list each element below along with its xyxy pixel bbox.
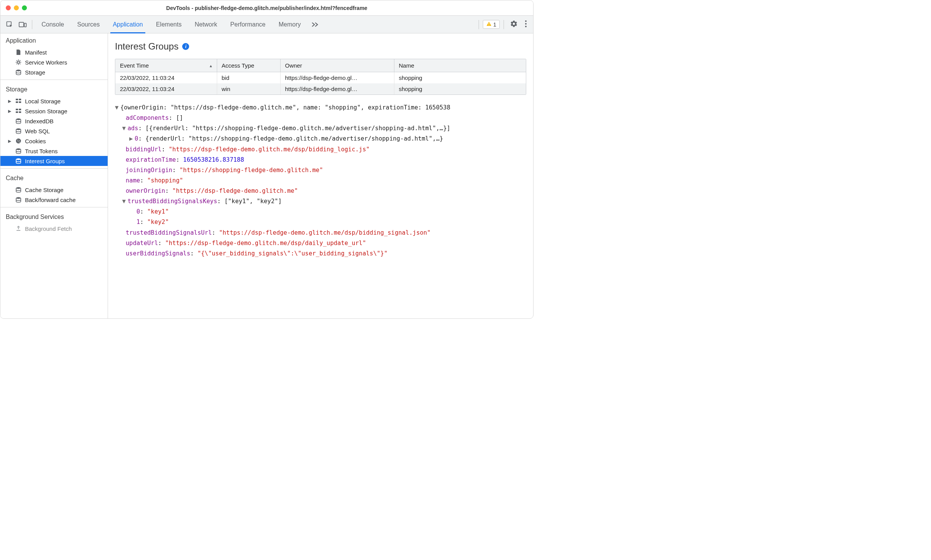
tab-console[interactable]: Console bbox=[36, 16, 70, 33]
expand-icon[interactable]: ▶ bbox=[7, 109, 12, 114]
gear-icon bbox=[15, 59, 22, 66]
object-tree-line[interactable]: 0: "key1" bbox=[115, 207, 526, 217]
sidebar-item-websql[interactable]: Web SQL bbox=[0, 126, 108, 136]
object-tree-line[interactable]: ▼{ownerOrigin: "https://dsp-fledge-demo.… bbox=[115, 103, 526, 113]
sidebar-divider bbox=[0, 168, 108, 169]
svg-point-26 bbox=[16, 158, 21, 160]
svg-point-28 bbox=[16, 197, 21, 199]
object-tree-line[interactable]: ▼trustedBiddingSignalsKeys: ["key1", "ke… bbox=[115, 196, 526, 207]
svg-rect-4 bbox=[489, 25, 489, 25]
sidebar-item-session-storage[interactable]: ▶ Session Storage bbox=[0, 106, 108, 116]
panel-title: Interest Groups bbox=[115, 41, 178, 52]
object-tree-line[interactable]: trustedBiddingSignalsUrl: "https://dsp-f… bbox=[115, 228, 526, 238]
svg-rect-12 bbox=[16, 101, 18, 103]
sidebar-item-cookies[interactable]: ▶ Cookies bbox=[0, 136, 108, 146]
sidebar-divider bbox=[0, 80, 108, 80]
svg-point-9 bbox=[16, 70, 21, 71]
svg-point-22 bbox=[19, 140, 20, 141]
sidebar-item-manifest[interactable]: Manifest bbox=[0, 47, 108, 57]
more-tabs-button[interactable] bbox=[308, 22, 322, 27]
object-tree-line[interactable]: biddingUrl: "https://dsp-fledge-demo.gli… bbox=[115, 144, 526, 155]
svg-point-19 bbox=[16, 128, 21, 130]
tab-application[interactable]: Application bbox=[107, 16, 148, 33]
table-header-name[interactable]: Name bbox=[394, 59, 526, 72]
table-row[interactable]: 22/03/2022, 11:03:24 bid https://dsp-fle… bbox=[115, 72, 526, 84]
application-sidebar: Application Manifest Service Workers Sto… bbox=[0, 33, 108, 318]
toolbar-divider bbox=[32, 20, 32, 29]
svg-rect-16 bbox=[16, 111, 18, 113]
database-icon bbox=[15, 69, 22, 76]
database-icon bbox=[15, 147, 22, 154]
window-controls bbox=[6, 5, 27, 10]
cookie-icon bbox=[15, 138, 22, 144]
minimize-window-button[interactable] bbox=[14, 5, 19, 10]
sidebar-item-back-forward-cache[interactable]: Back/forward cache bbox=[0, 195, 108, 205]
database-icon bbox=[15, 157, 22, 164]
svg-rect-14 bbox=[16, 109, 18, 110]
object-tree[interactable]: ▼{ownerOrigin: "https://dsp-fledge-demo.… bbox=[115, 103, 526, 259]
table-row[interactable]: 22/03/2022, 11:03:24 win https://dsp-fle… bbox=[115, 83, 526, 94]
object-tree-line[interactable]: joiningOrigin: "https://shopping-fledge-… bbox=[115, 165, 526, 176]
sidebar-item-cache-storage[interactable]: Cache Storage bbox=[0, 185, 108, 195]
sidebar-item-storage[interactable]: Storage bbox=[0, 67, 108, 77]
file-icon bbox=[15, 49, 22, 56]
device-toolbar-icon[interactable] bbox=[17, 19, 28, 30]
issues-badge[interactable]: 1 bbox=[483, 20, 500, 29]
object-tree-line[interactable]: userBiddingSignals: "{\"user_bidding_sig… bbox=[115, 249, 526, 259]
table-header-owner[interactable]: Owner bbox=[280, 59, 394, 72]
interest-groups-table: Event Time ▲ Access Type Owner Name 22/0… bbox=[115, 59, 526, 95]
svg-rect-1 bbox=[19, 22, 24, 27]
svg-rect-17 bbox=[19, 111, 21, 113]
sidebar-item-service-workers[interactable]: Service Workers bbox=[0, 57, 108, 67]
devtools-toolbar: Console Sources Application Elements Net… bbox=[0, 16, 533, 33]
object-tree-line[interactable]: ▼ads: [{renderUrl: "https://shopping-fle… bbox=[115, 123, 526, 134]
workspace: Application Manifest Service Workers Sto… bbox=[0, 33, 533, 318]
object-tree-line[interactable]: ▶0: {renderUrl: "https://shopping-fledge… bbox=[115, 134, 526, 144]
info-icon[interactable]: i bbox=[182, 43, 189, 50]
object-tree-line[interactable]: 1: "key2" bbox=[115, 217, 526, 227]
sidebar-item-indexeddb[interactable]: IndexedDB bbox=[0, 116, 108, 126]
expand-icon[interactable]: ▶ bbox=[7, 99, 12, 104]
tab-memory[interactable]: Memory bbox=[273, 16, 306, 33]
sidebar-item-background-fetch[interactable]: Background Fetch bbox=[0, 224, 108, 234]
svg-point-21 bbox=[17, 140, 18, 141]
section-title-cache: Cache bbox=[0, 171, 108, 185]
svg-rect-10 bbox=[16, 99, 18, 100]
settings-button[interactable] bbox=[508, 20, 520, 29]
tab-network[interactable]: Network bbox=[189, 16, 223, 33]
svg-point-25 bbox=[16, 148, 21, 150]
object-tree-line[interactable]: expirationTime: 1650538216.837188 bbox=[115, 155, 526, 165]
sidebar-item-interest-groups[interactable]: Interest Groups bbox=[0, 156, 108, 166]
grid-icon bbox=[15, 98, 22, 104]
toolbar-divider bbox=[504, 20, 504, 29]
object-tree-line[interactable]: ownerOrigin: "https://dsp-fledge-demo.gl… bbox=[115, 186, 526, 196]
database-icon bbox=[15, 186, 22, 193]
tab-elements[interactable]: Elements bbox=[151, 16, 187, 33]
table-header-access-type[interactable]: Access Type bbox=[217, 59, 280, 72]
sidebar-item-local-storage[interactable]: ▶ Local Storage bbox=[0, 96, 108, 106]
svg-point-27 bbox=[16, 187, 21, 189]
window-title: DevTools - publisher-fledge-demo.glitch.… bbox=[0, 5, 533, 11]
svg-rect-2 bbox=[24, 23, 26, 27]
tab-sources[interactable]: Sources bbox=[72, 16, 105, 33]
svg-point-5 bbox=[525, 20, 527, 22]
object-tree-line[interactable]: adComponents: [] bbox=[115, 113, 526, 123]
inspect-element-icon[interactable] bbox=[4, 19, 15, 30]
toolbar-divider bbox=[479, 20, 479, 29]
upload-icon bbox=[15, 225, 22, 232]
maximize-window-button[interactable] bbox=[22, 5, 27, 10]
table-header-event-time[interactable]: Event Time ▲ bbox=[115, 59, 217, 72]
database-icon bbox=[15, 118, 22, 124]
svg-point-20 bbox=[16, 139, 21, 144]
kebab-menu-button[interactable] bbox=[522, 20, 529, 29]
close-window-button[interactable] bbox=[6, 5, 11, 10]
object-tree-line[interactable]: name: "shopping" bbox=[115, 176, 526, 186]
svg-point-23 bbox=[18, 141, 18, 142]
sidebar-item-trust-tokens[interactable]: Trust Tokens bbox=[0, 146, 108, 156]
svg-point-8 bbox=[17, 61, 20, 63]
object-tree-line[interactable]: updateUrl: "https://dsp-fledge-demo.glit… bbox=[115, 238, 526, 249]
svg-rect-3 bbox=[489, 23, 489, 25]
tab-performance[interactable]: Performance bbox=[225, 16, 271, 33]
section-title-application: Application bbox=[0, 33, 108, 47]
expand-icon[interactable]: ▶ bbox=[7, 139, 12, 144]
